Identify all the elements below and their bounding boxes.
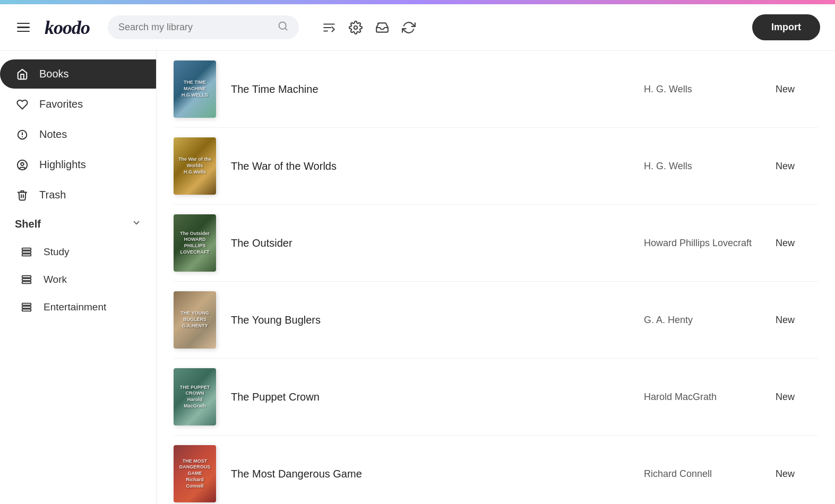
book-cover-1: THE TIME MACHINEH.G.WELLS [174,60,216,118]
book-author-5: Harold MacGrath [644,392,761,403]
book-row[interactable]: The OutsiderHOWARD PHILLIPS LOVECRAFT Th… [174,205,818,282]
sidebar-item-study[interactable]: Study [0,239,156,265]
heart-icon [15,99,30,110]
svg-rect-15 [22,279,31,281]
book-title-6: The Most Dangerous Game [231,468,629,480]
sidebar-label-favorites: Favorites [39,98,83,110]
book-cover-5: THE PUPPET CROWNHarold MacGrath [174,368,216,425]
settings-icon[interactable] [349,21,363,34]
book-cover-4: THE YOUNG BUGLERSG.A.HENTY [174,291,216,349]
inbox-icon[interactable] [375,21,389,34]
study-layers-icon [19,246,34,258]
book-author-3: Howard Phillips Lovecraft [644,238,761,249]
shelf-header[interactable]: Shelf [0,211,156,238]
book-status-2: New [776,161,818,172]
sidebar-item-favorites[interactable]: Favorites [0,90,156,119]
header-tools [322,21,416,34]
book-author-1: H. G. Wells [644,84,761,95]
sidebar-item-entertainment[interactable]: Entertainment [0,294,156,320]
book-author-6: Richard Connell [644,468,761,480]
book-row[interactable]: THE TIME MACHINEH.G.WELLS The Time Machi… [174,51,818,128]
book-title-4: The Young Buglers [231,314,629,326]
book-status-5: New [776,392,818,403]
work-layers-icon [19,274,34,285]
book-author-2: H. G. Wells [644,161,761,172]
sidebar-label-highlights: Highlights [39,159,86,171]
sidebar-label-books: Books [39,68,69,80]
svg-rect-19 [22,309,31,311]
book-status-4: New [776,315,818,326]
sidebar-label-notes: Notes [39,128,67,141]
book-title-2: The War of the Worlds [231,160,629,172]
entertainment-layers-icon [19,301,34,313]
book-cover-2: The War of the WorldsH.G.Wells [174,137,216,195]
search-input[interactable] [118,22,272,33]
top-gradient-bar [0,0,835,4]
book-cover-3: The OutsiderHOWARD PHILLIPS LOVECRAFT [174,214,216,272]
app-container: koodo [0,4,835,504]
sidebar-label-work: Work [44,274,67,285]
search-bar [108,15,299,39]
book-cover-6: THE MOST DANGEROUS GAMERichard Connell [174,445,216,502]
sidebar: Books Favorites [0,51,157,504]
menu-button[interactable] [15,21,32,34]
search-icon [278,21,288,34]
svg-rect-12 [22,251,31,253]
svg-rect-14 [22,276,31,278]
trash-icon [15,189,30,201]
svg-point-5 [354,25,358,29]
sidebar-item-work[interactable]: Work [0,266,156,293]
header: koodo [0,4,835,51]
app-logo: koodo [45,16,90,39]
book-title-1: The Time Machine [231,83,629,95]
sidebar-label-entertainment: Entertainment [44,301,106,313]
book-row[interactable]: THE PUPPET CROWNHarold MacGrath The Pupp… [174,359,818,436]
lightbulb-icon [15,129,30,141]
svg-rect-11 [22,248,31,250]
book-title-5: The Puppet Crown [231,391,629,403]
chevron-down-icon [132,218,141,230]
sidebar-item-books[interactable]: Books [0,59,156,89]
svg-point-10 [21,162,24,166]
book-list: THE TIME MACHINEH.G.WELLS The Time Machi… [157,51,835,504]
sync-icon[interactable] [402,21,416,34]
svg-rect-16 [22,282,31,284]
sidebar-label-trash: Trash [39,189,66,201]
book-row[interactable]: THE MOST DANGEROUS GAMERichard Connell T… [174,436,818,504]
sidebar-label-study: Study [44,246,70,258]
highlights-icon [15,159,30,171]
main-layout: Books Favorites [0,51,835,504]
shelf-label: Shelf [15,218,41,230]
sort-icon[interactable] [322,21,336,34]
book-status-1: New [776,84,818,95]
import-button[interactable]: Import [752,14,820,40]
svg-rect-18 [22,306,31,308]
book-status-3: New [776,238,818,249]
svg-line-1 [285,28,287,30]
svg-rect-13 [22,254,31,256]
book-row[interactable]: THE YOUNG BUGLERSG.A.HENTY The Young Bug… [174,282,818,359]
sidebar-item-trash[interactable]: Trash [0,180,156,210]
svg-rect-17 [22,303,31,306]
sidebar-item-notes[interactable]: Notes [0,120,156,149]
book-status-6: New [776,468,818,480]
home-icon [15,68,30,80]
book-row[interactable]: The War of the WorldsH.G.Wells The War o… [174,128,818,205]
book-author-4: G. A. Henty [644,315,761,326]
book-title-3: The Outsider [231,237,629,249]
sidebar-item-highlights[interactable]: Highlights [0,150,156,179]
